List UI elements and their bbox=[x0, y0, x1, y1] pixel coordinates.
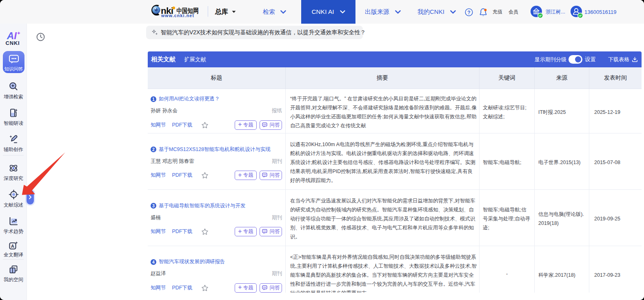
svg-text:CNKI: CNKI bbox=[6, 40, 20, 46]
svg-text:?: ? bbox=[467, 10, 470, 16]
svg-text:www.cnki.net: www.cnki.net bbox=[161, 13, 194, 18]
svg-text:A: A bbox=[11, 244, 14, 249]
